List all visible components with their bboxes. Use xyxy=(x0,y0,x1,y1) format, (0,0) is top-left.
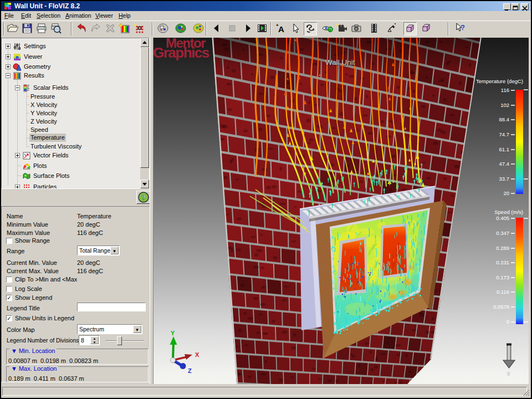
svg-text:0.405: 0.405 xyxy=(496,215,509,221)
svg-text:Wall Unit: Wall Unit xyxy=(325,58,355,66)
svg-text:47.4: 47.4 xyxy=(499,161,510,167)
svg-text:20: 20 xyxy=(503,190,509,196)
svg-text:61.1: 61.1 xyxy=(499,146,510,152)
svg-text:g: g xyxy=(507,370,510,376)
svg-text:0.173: 0.173 xyxy=(496,274,509,280)
svg-text:0: 0 xyxy=(507,319,509,325)
svg-text:Graphics: Graphics xyxy=(154,44,209,61)
svg-text:0.347: 0.347 xyxy=(496,230,509,236)
svg-text:A: A xyxy=(278,24,284,34)
svg-text:0.289: 0.289 xyxy=(496,245,509,251)
svg-text:116: 116 xyxy=(501,87,509,93)
svg-text:Speed (m/s): Speed (m/s) xyxy=(494,209,523,215)
svg-text:88.4: 88.4 xyxy=(499,116,510,122)
svg-text:0.0578: 0.0578 xyxy=(493,304,509,310)
svg-text:X: X xyxy=(195,351,200,358)
svg-text:Y: Y xyxy=(171,330,175,336)
svg-text:0.231: 0.231 xyxy=(496,259,509,265)
svg-text:74.7: 74.7 xyxy=(499,131,510,137)
svg-text:Temperature (degC): Temperature (degC) xyxy=(476,78,523,84)
svg-text:?: ? xyxy=(461,23,465,32)
svg-text:?: ? xyxy=(141,193,146,202)
svg-text:0.116: 0.116 xyxy=(497,289,509,295)
svg-text:33.7: 33.7 xyxy=(499,176,510,182)
svg-text:Z: Z xyxy=(188,367,192,374)
svg-text:102: 102 xyxy=(500,102,509,108)
